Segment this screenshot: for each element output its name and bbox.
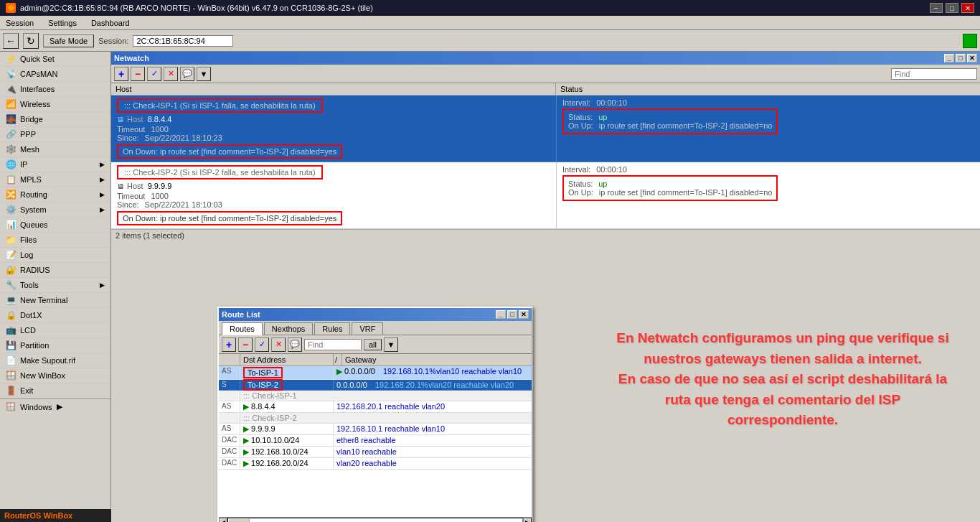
safe-mode-button[interactable]: Safe Mode [43, 34, 94, 47]
route-filter-button[interactable]: ▼ [384, 337, 398, 352]
sidebar-item-tools[interactable]: 🔧 Tools ▶ [0, 278, 110, 293]
netwatch-entry-2-ondown: On Down: ip route set [find comment=To-I… [117, 211, 342, 225]
menu-dashboard[interactable]: Dashboard [88, 17, 133, 29]
sidebar-item-queues[interactable]: 📊 Queues [0, 218, 110, 233]
route-row-to-isp1[interactable]: AS To-ISP-1 ▶ 0.0.0.0/0 192.168.10.1%vla… [219, 366, 532, 380]
netwatch-comment-button[interactable]: 💬 [180, 67, 194, 81]
route-find-input[interactable] [304, 339, 362, 350]
netwatch-filter-button[interactable]: ▼ [197, 67, 211, 81]
netwatch-entry-2-host-row: 🖥 Host 9.9.9.9 [117, 182, 550, 190]
route-comment-button[interactable]: 💬 [288, 337, 302, 352]
sidebar-item-files[interactable]: 📁 Files [0, 233, 110, 248]
col-dst-header[interactable]: Dst Address [240, 354, 334, 365]
sidebar-item-exit[interactable]: 🚪 Exit [0, 383, 110, 399]
sidebar-item-routing[interactable]: 🔀 Routing ▶ [0, 187, 110, 202]
sidebar-item-new-winbox[interactable]: 🪟 New WinBox [0, 368, 110, 383]
minimize-button[interactable]: − [930, 3, 943, 13]
sidebar-item-partition[interactable]: 💾 Partition [0, 338, 110, 353]
netwatch-row-2[interactable]: ::: Check-ISP-2 (Si si ISP-2 falla, se d… [111, 162, 980, 229]
sidebar-item-wireless[interactable]: 📶 Wireless [0, 97, 110, 112]
sidebar-item-interfaces[interactable]: 🔌 Interfaces [0, 82, 110, 97]
netwatch-items-count: 2 items (1 selected) [116, 231, 184, 240]
menu-session[interactable]: Session [3, 17, 37, 29]
sidebar-item-dot1x[interactable]: 🔒 Dot1X [0, 308, 110, 323]
mesh-icon: 🕸️ [6, 144, 16, 154]
sidebar-item-radius[interactable]: 🔐 RADIUS [0, 263, 110, 278]
session-label: Session: [98, 37, 128, 45]
queues-icon: 📊 [6, 220, 16, 230]
route-gateway-3: 192.168.20.1 reachable vlan20 [334, 401, 532, 412]
reload-button[interactable]: ↻ [23, 33, 39, 49]
maximize-button[interactable]: □ [946, 3, 958, 13]
netwatch-remove-button[interactable]: − [131, 67, 145, 81]
scroll-right-button[interactable]: ▶ [523, 518, 532, 522]
route-remove-button[interactable]: − [238, 337, 253, 352]
route-gateway-4: 192.168.10.1 reachable vlan10 [334, 424, 532, 434]
route-add-button[interactable]: + [222, 337, 236, 352]
route-type-6: DAC [219, 447, 240, 457]
sidebar-item-new-terminal[interactable]: 💻 New Terminal [0, 293, 110, 308]
menu-settings[interactable]: Settings [45, 17, 80, 29]
route-gateway-6: vlan10 reachable [334, 447, 532, 457]
sidebar-item-mesh[interactable]: 🕸️ Mesh [0, 142, 110, 157]
sidebar-item-bridge[interactable]: 🌉 Bridge [0, 112, 110, 127]
route-list-controls[interactable]: _ □ ✕ [496, 310, 529, 319]
scroll-thumb-h[interactable] [228, 518, 250, 522]
route-disable-button[interactable]: ✕ [271, 337, 286, 352]
tab-vrf[interactable]: VRF [352, 322, 383, 335]
netwatch-disable-button[interactable]: ✕ [164, 67, 178, 81]
netwatch-entry-1-status-val: up [598, 113, 607, 121]
annotation-line-3: En caso de que no sea así el script desh… [607, 369, 958, 390]
sidebar-item-label: Exit [20, 386, 105, 395]
tab-rules[interactable]: Rules [314, 322, 350, 335]
sidebar-item-quick-set[interactable]: ⚡ Quick Set [0, 52, 110, 67]
route-row-dac2[interactable]: DAC ▶ 192.168.10.0/24 vlan10 reachable [219, 447, 532, 458]
sidebar-item-ppp[interactable]: 🔗 PPP [0, 127, 110, 142]
sidebar-item-ip[interactable]: 🌐 IP ▶ [0, 157, 110, 172]
netwatch-edit-button[interactable]: ✓ [147, 67, 161, 81]
route-type-3: AS [219, 401, 240, 412]
route-maximize-button[interactable]: □ [507, 310, 517, 319]
winbox-branding: RouterOS WinBox [0, 509, 111, 522]
tab-routes[interactable]: Routes [222, 322, 263, 335]
sidebar-item-lcd[interactable]: 📺 LCD [0, 323, 110, 338]
route-close-button[interactable]: ✕ [519, 310, 529, 319]
route-minimize-button[interactable]: _ [496, 310, 506, 319]
route-row-9999[interactable]: AS ▶ 9.9.9.9 192.168.10.1 reachable vlan… [219, 424, 532, 435]
route-all-button[interactable]: all [364, 339, 382, 350]
scroll-left-button[interactable]: ◀ [219, 518, 227, 522]
scroll-track-h[interactable] [227, 518, 523, 522]
route-row-to-isp2[interactable]: S To-ISP-2 0.0.0.0/0 192.168.20.1%vlan20… [219, 380, 532, 391]
back-button[interactable]: ← [3, 33, 19, 49]
route-horizontal-scrollbar[interactable]: ◀ ▶ [219, 517, 532, 522]
sidebar-item-mpls[interactable]: 📋 MPLS ▶ [0, 172, 110, 187]
window-controls[interactable]: − □ ✕ [930, 3, 974, 13]
netwatch-row-1[interactable]: ::: Check-ISP-1 (Si si ISP-1 falla, se d… [111, 95, 980, 162]
sidebar-item-log[interactable]: 📝 Log [0, 248, 110, 263]
netwatch-entry-1-host-row: 🖥 Host 8.8.4.4 [117, 115, 550, 123]
host-icon-1: 🖥 [117, 116, 124, 123]
netwatch-entry-1-ondown-box: On Down: ip route set [find comment=To-I… [117, 144, 550, 159]
route-row-dac3[interactable]: DAC ▶ 192.168.20.0/24 vlan20 reachable [219, 458, 532, 470]
netwatch-toolbar: + − ✓ ✕ 💬 ▼ [111, 65, 980, 83]
sidebar-item-make-supout[interactable]: 📄 Make Supout.rif [0, 353, 110, 368]
tab-nexthops[interactable]: Nexthops [264, 322, 313, 335]
netwatch-window-controls[interactable]: _ □ ✕ [944, 54, 977, 62]
route-edit-button[interactable]: ✓ [255, 337, 269, 352]
windows-item[interactable]: 🪟 Windows ▶ [6, 402, 105, 411]
netwatch-minimize[interactable]: _ [944, 54, 954, 62]
main-layout: ⚡ Quick Set 📡 CAPsMAN 🔌 Interfaces 📶 Wir… [0, 52, 980, 522]
netwatch-close[interactable]: ✕ [967, 54, 977, 62]
netwatch-entry-1-name: ::: Check-ISP-1 (Si si ISP-1 falla, se d… [117, 98, 323, 113]
sidebar-item-system[interactable]: ⚙️ System ▶ [0, 202, 110, 218]
netwatch-maximize[interactable]: □ [956, 54, 966, 62]
route-row-8844[interactable]: AS ▶ 8.8.4.4 192.168.20.1 reachable vlan… [219, 401, 532, 413]
session-input[interactable] [133, 35, 233, 47]
close-button[interactable]: ✕ [961, 3, 974, 13]
route-row-dac1[interactable]: DAC ▶ 10.10.10.0/24 ether8 reachable [219, 435, 532, 447]
sidebar-item-capsman[interactable]: 📡 CAPsMAN [0, 67, 110, 82]
netwatch-find-input[interactable] [891, 68, 977, 80]
windows-section[interactable]: 🪟 Windows ▶ [0, 399, 110, 414]
netwatch-entry-1-since-val: Sep/22/2021 18:10:23 [145, 134, 222, 142]
netwatch-add-button[interactable]: + [114, 67, 128, 81]
